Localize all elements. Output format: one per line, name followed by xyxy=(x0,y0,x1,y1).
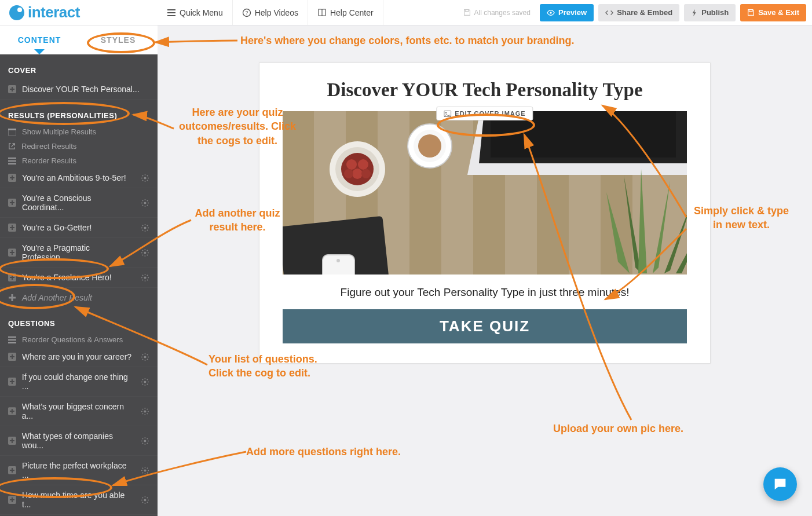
result-item-label: You're a Go-Getter! xyxy=(22,223,92,232)
plus-icon xyxy=(8,174,16,182)
plus-icon xyxy=(8,273,16,281)
hamburger-icon xyxy=(167,8,176,17)
sidebar-question-item[interactable]: If you could change one thing ... xyxy=(0,367,158,397)
external-link-icon xyxy=(8,142,16,150)
quick-menu-item[interactable]: Quick Menu xyxy=(158,0,233,25)
result-item-label: You're a Freelance Hero! xyxy=(22,273,112,282)
tab-content-label: CONTENT xyxy=(18,35,61,45)
svg-point-2 xyxy=(550,12,552,14)
help-center-label: Help Center xyxy=(330,8,374,17)
edit-cover-image-button[interactable]: EDIT COVER IMAGE xyxy=(436,107,533,120)
add-result-label: Add Another Result xyxy=(22,293,92,302)
question-item-label: What's your biggest concern a... xyxy=(22,402,136,420)
top-right-actions: All changes saved Preview Share & Embed … xyxy=(463,0,812,25)
list-icon xyxy=(8,158,16,164)
gear-icon[interactable] xyxy=(141,353,149,361)
svg-point-13 xyxy=(144,251,147,254)
book-icon xyxy=(317,8,327,17)
sidebar-question-item[interactable]: Where are you in your career? xyxy=(0,347,158,367)
section-cover-header: COVER xyxy=(0,54,158,79)
svg-point-7 xyxy=(144,177,146,179)
plus-icon xyxy=(8,224,16,232)
gear-icon[interactable] xyxy=(141,378,149,386)
sidebar-result-item[interactable]: You're a Conscious Coordinat... xyxy=(0,188,158,218)
result-item-label: You're an Ambitious 9-to-5er! xyxy=(22,173,126,182)
result-item-label: You're a Conscious Coordinat... xyxy=(22,193,135,212)
gear-icon[interactable] xyxy=(141,273,149,282)
svg-point-25 xyxy=(144,469,146,471)
gear-icon[interactable] xyxy=(141,174,149,182)
sidebar-result-item[interactable]: You're a Pragmatic Profession... xyxy=(0,238,158,268)
save-icon xyxy=(463,9,471,16)
cover-image xyxy=(283,111,687,275)
show-multiple-label: Show Multiple Results xyxy=(22,127,96,136)
bolt-icon xyxy=(691,9,698,17)
sidebar-question-item[interactable]: Picture the perfect workplace ... xyxy=(0,456,158,485)
plus-fat-icon xyxy=(8,294,16,302)
sidebar-question-item[interactable]: How much time are you able t... xyxy=(0,485,158,515)
svg-point-23 xyxy=(144,440,147,442)
help-videos-item[interactable]: ? Help Videos xyxy=(233,0,308,25)
svg-point-19 xyxy=(144,380,147,383)
svg-point-11 xyxy=(144,226,146,229)
section-results-header: RESULTS (PERSONALITIES) xyxy=(0,100,158,125)
svg-rect-5 xyxy=(8,129,16,130)
question-item-label: Where are you in your career? xyxy=(22,352,131,361)
save-status-text: All changes saved xyxy=(474,9,531,17)
gear-icon[interactable] xyxy=(141,199,149,207)
save-exit-button[interactable]: Save & Exit xyxy=(740,4,806,21)
svg-point-54 xyxy=(336,259,340,262)
gear-icon[interactable] xyxy=(141,437,149,445)
editor-tabs: CONTENT STYLES xyxy=(0,25,158,54)
help-center-item[interactable]: Help Center xyxy=(308,0,383,25)
gear-icon[interactable] xyxy=(141,248,149,257)
intercom-chat-button[interactable] xyxy=(763,467,797,501)
svg-point-47 xyxy=(346,159,357,170)
section-questions-header: QUESTIONS xyxy=(0,308,158,332)
tab-content[interactable]: CONTENT xyxy=(0,25,79,54)
sidebar-result-item[interactable]: You're an Ambitious 9-to-5er! xyxy=(0,168,158,188)
gear-icon[interactable] xyxy=(141,224,149,232)
svg-point-21 xyxy=(144,410,147,412)
top-bar: interact Quick Menu ? Help Videos Help C… xyxy=(0,0,812,25)
share-label: Share & Embed xyxy=(617,8,672,17)
tab-styles[interactable]: STYLES xyxy=(79,25,158,54)
sidebar-redirect-results[interactable]: Redirect Results xyxy=(0,139,158,153)
take-quiz-button[interactable]: TAKE QUIZ xyxy=(283,309,687,343)
preview-button[interactable]: Preview xyxy=(540,4,594,21)
svg-point-50 xyxy=(344,169,353,178)
question-item-label: If you could change one thing ... xyxy=(22,372,135,391)
svg-point-51 xyxy=(361,169,371,178)
help-videos-label: Help Videos xyxy=(255,8,298,17)
gear-icon[interactable] xyxy=(141,466,149,475)
gear-icon[interactable] xyxy=(141,496,149,504)
quiz-subtitle[interactable]: Figure out your Tech Personality Type in… xyxy=(283,286,687,299)
cover-image-wrap[interactable]: EDIT COVER IMAGE xyxy=(283,111,687,275)
sidebar: COVER Discover YOUR Tech Personal... RES… xyxy=(0,54,158,516)
plus-icon xyxy=(8,378,16,386)
window-icon xyxy=(8,129,16,136)
quiz-title[interactable]: Discover YOUR Tech Personality Type xyxy=(283,79,687,101)
sidebar-question-item[interactable]: What types of companies wou... xyxy=(0,426,158,456)
sidebar-reorder-questions[interactable]: Reorder Questions & Answers xyxy=(0,332,158,347)
save-status: All changes saved xyxy=(463,9,531,17)
publish-button[interactable]: Publish xyxy=(684,4,736,21)
svg-text:?: ? xyxy=(245,10,248,16)
sidebar-result-item[interactable]: You're a Freelance Hero! xyxy=(0,268,158,288)
svg-point-57 xyxy=(418,134,441,158)
sidebar-show-multiple[interactable]: Show Multiple Results xyxy=(0,125,158,139)
top-menu: Quick Menu ? Help Videos Help Center xyxy=(158,0,383,25)
sidebar-result-item[interactable]: You're a Go-Getter! xyxy=(0,218,158,238)
share-embed-button[interactable]: Share & Embed xyxy=(598,4,679,21)
sidebar-question-item[interactable]: What's your biggest concern a... xyxy=(0,397,158,426)
brand-logo[interactable]: interact xyxy=(0,0,158,25)
svg-point-48 xyxy=(358,159,368,170)
sidebar-reorder-results[interactable]: Reorder Results xyxy=(0,153,158,168)
plus-icon xyxy=(8,437,16,445)
svg-point-15 xyxy=(144,276,146,279)
plus-icon xyxy=(8,353,16,361)
gear-icon[interactable] xyxy=(141,407,149,416)
sidebar-cover-item[interactable]: Discover YOUR Tech Personal... xyxy=(0,79,158,100)
add-another-result[interactable]: Add Another Result xyxy=(0,288,158,308)
help-circle-icon: ? xyxy=(242,8,251,17)
